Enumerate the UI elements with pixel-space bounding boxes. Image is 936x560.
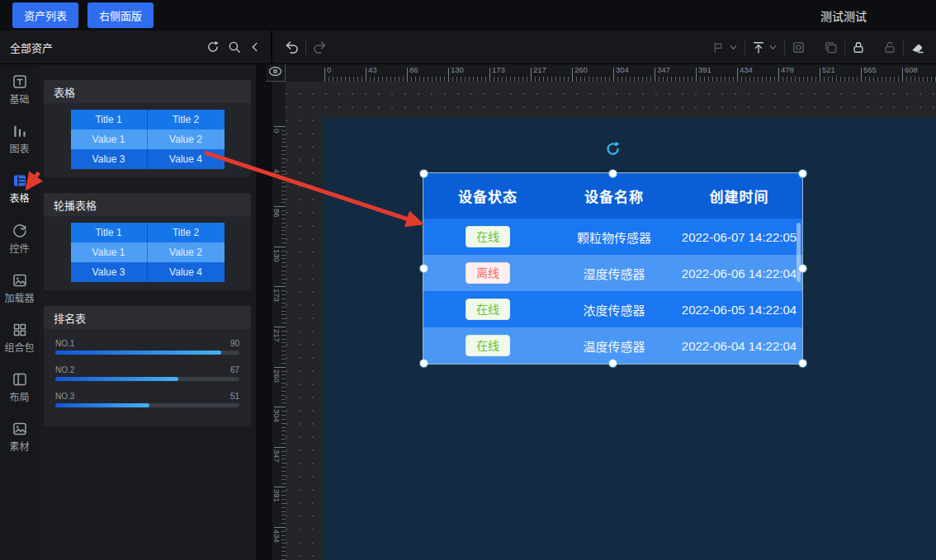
ranking-value: 90 xyxy=(230,339,239,348)
group-icon[interactable] xyxy=(792,40,806,54)
sidebar-item-label: 图表 xyxy=(9,144,29,155)
table-icon xyxy=(12,172,28,189)
lock-icon[interactable] xyxy=(852,40,865,54)
device-table-header: 设备状态 设备名称 创建时间 xyxy=(423,173,802,219)
table-scrollbar[interactable] xyxy=(797,223,801,282)
duplicate-icon[interactable] xyxy=(824,40,838,54)
move-to-top-icon[interactable] xyxy=(752,40,778,54)
layout-icon xyxy=(12,371,28,388)
sidebar-item-package[interactable]: 组合包 xyxy=(0,313,39,362)
eye-icon xyxy=(268,65,282,80)
ruler-tick xyxy=(572,68,573,82)
table-row: 离线 湿度传感器 2022-06-06 14:22:04 xyxy=(423,255,802,291)
status-badge: 离线 xyxy=(466,262,510,285)
ruler-label: 86 xyxy=(409,65,418,74)
selection-handle[interactable] xyxy=(799,170,806,177)
ruler-visibility-toggle[interactable] xyxy=(266,64,286,82)
material-icon xyxy=(12,421,28,437)
status-badge: 在线 xyxy=(466,299,510,321)
ruler-tick xyxy=(274,327,286,327)
sidebar-item-material[interactable]: 素材 xyxy=(0,412,39,461)
ruler-label: 304 xyxy=(616,65,629,74)
redo-icon[interactable] xyxy=(313,40,328,54)
ruler-tick xyxy=(366,68,366,82)
selection-handle[interactable] xyxy=(799,360,806,367)
status-cell: 在线 xyxy=(423,335,552,357)
mini-table-row: Value 1Value 2 xyxy=(71,129,225,149)
selection-handle[interactable] xyxy=(799,265,806,272)
ruler-tick xyxy=(820,68,820,82)
column-header: 设备状态 xyxy=(423,186,552,206)
ruler-tick xyxy=(489,68,490,82)
loader-icon xyxy=(12,272,28,289)
table-row: 在线 温度传感器 2022-06-04 14:22:04 xyxy=(423,327,802,364)
component-card[interactable]: 排名表NO.190NO.267NO.351 xyxy=(44,306,251,426)
mini-table-cell: Value 3 xyxy=(71,262,148,282)
ruler-label: 608 xyxy=(905,65,918,74)
package-icon xyxy=(12,322,28,338)
toolbar: 全部资产 xyxy=(0,31,936,64)
selection-handle[interactable] xyxy=(420,360,428,367)
search-icon[interactable] xyxy=(228,40,241,54)
device-table-widget[interactable]: 设备状态 设备名称 创建时间 在线 颗粒物传感器 2022-06-07 14:2… xyxy=(423,173,802,364)
ruler-label: 43 xyxy=(368,65,377,74)
device-name-cell: 颗粒物传感器 xyxy=(552,228,676,246)
refresh-icon[interactable] xyxy=(206,40,220,54)
sidebar-item-chart[interactable]: 图表 xyxy=(0,114,39,163)
selection-handle[interactable] xyxy=(609,170,617,177)
ranking-row: NO.351 xyxy=(55,392,239,407)
selection-handle[interactable] xyxy=(420,170,428,177)
mini-table-cell: Title 1 xyxy=(71,110,148,129)
mini-table-cell: Value 1 xyxy=(71,242,148,262)
mini-table-row: Value 1Value 2 xyxy=(71,242,225,262)
component-card[interactable]: 轮播表格Title 1Title 2Value 1Value 2Value 3V… xyxy=(44,193,251,290)
sidebar-item-layout[interactable]: 布局 xyxy=(0,362,39,412)
create-time-cell: 2022-06-06 14:22:04 xyxy=(676,266,802,280)
card-preview: Title 1Title 2Value 1Value 2Value 3Value… xyxy=(44,103,251,177)
sidebar-item-widget[interactable]: 控件 xyxy=(0,214,39,263)
ruler-label: 0 xyxy=(327,65,331,74)
ruler-label: 217 xyxy=(272,329,281,342)
ruler-label: 0 xyxy=(272,129,281,133)
ranking-label: NO.2 xyxy=(55,365,74,374)
rotate-handle[interactable] xyxy=(605,141,621,157)
ruler-tick xyxy=(274,286,286,287)
sidebar-item-loader[interactable]: 加载器 xyxy=(0,263,39,313)
app-window: 资产列表 右侧面版 测试测试 全部资产 基础图表表格控件加载器组合包布局素材 表… xyxy=(0,0,936,560)
chart-icon xyxy=(12,123,28,139)
divider xyxy=(903,40,904,55)
undo-icon[interactable] xyxy=(284,40,299,54)
divider xyxy=(305,40,306,54)
chevron-down-icon xyxy=(768,43,778,52)
right-panel-button[interactable]: 右侧面版 xyxy=(87,2,154,28)
collapse-left-icon[interactable] xyxy=(249,41,261,53)
sidebar-item-text[interactable]: 基础 xyxy=(0,64,39,114)
eraser-icon[interactable] xyxy=(910,40,924,54)
status-cell: 在线 xyxy=(423,226,552,248)
ruler-tick xyxy=(737,68,738,82)
status-badge: 在线 xyxy=(466,335,510,357)
selection-handle[interactable] xyxy=(609,360,617,367)
ranking-row: NO.267 xyxy=(55,365,239,381)
ruler-label: 478 xyxy=(781,65,794,74)
unlock-icon[interactable] xyxy=(883,40,896,54)
selection-handle[interactable] xyxy=(420,265,428,272)
status-cell: 离线 xyxy=(423,262,552,285)
mini-table-row: Title 1Title 2 xyxy=(71,223,225,242)
sidebar-item-label: 基础 xyxy=(9,95,29,106)
sidebar-item-label: 表格 xyxy=(9,194,29,205)
component-card[interactable]: 表格Title 1Title 2Value 1Value 2Value 3Val… xyxy=(44,80,251,177)
device-name-cell: 温度传感器 xyxy=(552,337,676,355)
project-title: 测试测试 xyxy=(820,7,867,24)
mini-table-row: Title 1Title 2 xyxy=(71,110,225,129)
asset-list-button[interactable]: 资产列表 xyxy=(12,2,78,28)
sidebar-item-table[interactable]: 表格 xyxy=(0,163,39,213)
flag-icon[interactable] xyxy=(711,41,738,54)
object-actions xyxy=(711,31,924,64)
ruler-label: 130 xyxy=(272,249,281,262)
ruler-tick xyxy=(696,68,697,82)
text-icon xyxy=(12,73,28,90)
ruler-label: 43 xyxy=(272,169,281,178)
category-sidebar: 基础图表表格控件加载器组合包布局素材 xyxy=(0,64,39,560)
ruler-tick xyxy=(448,68,449,82)
